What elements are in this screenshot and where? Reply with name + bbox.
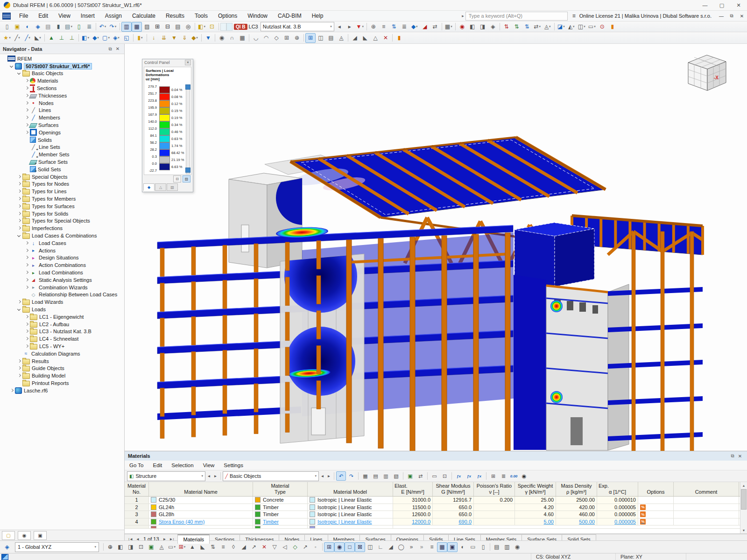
tb-filter-loads-icon[interactable]: ▼▾: [355, 22, 365, 32]
tb-open-model-icon[interactable]: ▣: [12, 22, 22, 32]
tb-show-tables-icon[interactable]: ▥: [121, 22, 132, 32]
cell-mass-density[interactable]: 500.00: [556, 518, 597, 525]
cell-specific-weight[interactable]: 4.60: [515, 511, 556, 518]
tb-show-grid-icon[interactable]: ▦: [132, 22, 142, 32]
cell-specific-weight[interactable]: 5.00: [515, 518, 556, 525]
mt-fx-manager-icon[interactable]: ƒx: [474, 471, 484, 481]
model-3d-scene[interactable]: -X: [125, 44, 747, 451]
tree-expander-icon[interactable]: [24, 100, 29, 106]
tree-item-rfem[interactable]: RFEM: [0, 55, 124, 63]
tb-console-icon[interactable]: ⊞: [152, 22, 162, 32]
tree-item-lc3-nutzlast-kat-3-b[interactable]: LC3 - Nutzlast Kat. 3.B: [0, 328, 124, 335]
table-tab-materials[interactable]: Materials: [177, 534, 210, 544]
tb-network-project-icon[interactable]: ◈: [33, 22, 43, 32]
tree-expander-icon[interactable]: [24, 285, 29, 290]
tb-console-sc-icon[interactable]: ⊟: [162, 22, 173, 32]
tree-item-nodes[interactable]: ●Nodes: [0, 99, 124, 107]
bb-snap-cross-icon[interactable]: ⊠: [355, 542, 365, 552]
bb-plane-3pt-icon[interactable]: ◬: [156, 542, 167, 552]
mt-table-view-1-icon[interactable]: ▦: [360, 471, 370, 481]
menu-cad-bim[interactable]: CAD-BIM: [273, 11, 307, 21]
tb-support-node-icon[interactable]: ▲: [46, 33, 56, 43]
tb-support-line-icon[interactable]: ⊥: [56, 33, 67, 43]
cell-poissons-ratio[interactable]: [474, 518, 515, 525]
menu-view[interactable]: View: [53, 11, 76, 21]
bb-green-diamond-icon[interactable]: ◇: [290, 542, 300, 552]
tb-clipping-box-icon[interactable]: ◫: [316, 33, 326, 43]
tree-expander-icon[interactable]: [24, 78, 29, 84]
tree-item-lines[interactable]: ╱Lines: [0, 107, 124, 114]
tree-expander-icon[interactable]: [16, 307, 22, 312]
bb-edit-cs-icon[interactable]: ⊕: [105, 542, 115, 552]
tb-table-manager-icon[interactable]: ▤: [173, 22, 183, 32]
materials-menu-view[interactable]: View: [198, 462, 219, 468]
materials-menu-selection[interactable]: Selection: [167, 462, 198, 468]
cell-material-type[interactable]: Timber: [253, 511, 308, 518]
tb-new-polyline-icon[interactable]: ◣▾: [33, 33, 43, 43]
cell-modulus-e[interactable]: 31000.0: [393, 497, 433, 504]
tb-mirror-icon[interactable]: ◬: [336, 33, 346, 43]
mt-decimal-places-icon[interactable]: 0.00: [509, 471, 519, 481]
tb-new-node-icon[interactable]: ★▾: [2, 33, 12, 43]
legend-slider-handle-bottom[interactable]: [185, 168, 190, 173]
bb-grid-show-icon[interactable]: ▦: [437, 542, 447, 552]
cell-material-model[interactable]: Isotropic | Linear Elastic: [308, 511, 393, 518]
tree-item-load-wizards[interactable]: Load Wizards: [0, 298, 124, 306]
tree-item-building-model[interactable]: Building Model: [0, 372, 124, 379]
tree-expander-icon[interactable]: [24, 270, 29, 275]
tb-new-plane-icon[interactable]: ▢▾: [101, 33, 111, 43]
bb-delete-guide-icon[interactable]: ✕: [259, 542, 269, 552]
cell-material-name[interactable]: C25/30: [149, 497, 253, 504]
mt-table-view-3-icon[interactable]: ▥: [381, 471, 391, 481]
tree-expander-icon[interactable]: [9, 388, 14, 393]
tree-expander-icon[interactable]: [16, 70, 22, 76]
tree-item-solids[interactable]: Solids: [0, 136, 124, 144]
visibility-eye-icon[interactable]: ◉: [18, 531, 31, 540]
tree-expander-icon[interactable]: [16, 365, 22, 371]
bb-snap-grid-icon[interactable]: ⊞: [324, 542, 334, 552]
bb-small-dot-icon[interactable]: ◦: [310, 542, 321, 552]
tb-arch-tool-icon[interactable]: ◠: [261, 33, 271, 43]
menu-help[interactable]: Help: [307, 11, 329, 21]
tree-item-printout-reports[interactable]: Printout Reports: [0, 379, 124, 387]
materials-close-button[interactable]: ✕: [736, 454, 744, 459]
tb-teamwork-icon[interactable]: ▤: [43, 22, 53, 32]
tb-numbering-icon[interactable]: ⊕: [368, 22, 379, 32]
tree-item-types-for-members[interactable]: Types for Members: [0, 195, 124, 203]
tree-item-types-for-special-objects[interactable]: Types for Special Objects: [0, 217, 124, 225]
tb-table-side-icon[interactable]: ▨: [142, 22, 152, 32]
tb-section-cut-icon[interactable]: ∩: [227, 33, 237, 43]
bb-snap-tangent-icon[interactable]: ◢: [386, 542, 396, 552]
tree-item-types-for-nodes[interactable]: Types for Nodes: [0, 181, 124, 188]
tb-show-results-icon[interactable]: ◆▾: [409, 22, 420, 32]
tree-item-loads[interactable]: Loads: [0, 306, 124, 313]
tb-result-diagram-icon[interactable]: ◉: [217, 33, 227, 43]
doc-minimize-button[interactable]: —: [716, 12, 726, 20]
cell-shear-modulus[interactable]: 650.0: [433, 511, 474, 518]
menu-assign[interactable]: Assign: [100, 11, 127, 21]
tree-expander-icon[interactable]: [16, 203, 22, 209]
tb-result-table-icon[interactable]: ▦: [237, 33, 247, 43]
tree-item-surfaces[interactable]: Surfaces: [0, 121, 124, 129]
tree-expander-icon[interactable]: [16, 218, 22, 224]
materials-float-button[interactable]: ⧉: [729, 453, 736, 459]
tb-deselect-icon[interactable]: ◉: [457, 22, 467, 32]
tb-clipping-plane-icon[interactable]: ▤: [326, 33, 336, 43]
cell-options[interactable]: %: [638, 518, 674, 525]
maximize-button[interactable]: ▢: [713, 0, 730, 10]
tb-redo-icon[interactable]: ↷▾: [108, 22, 118, 32]
tree-item-imperfections[interactable]: Imperfections: [0, 224, 124, 232]
cell-material-type[interactable]: Timber: [253, 504, 308, 511]
table-scrollbar[interactable]: ▲▼: [740, 482, 747, 533]
cell-comment[interactable]: [674, 504, 739, 511]
bb-grid-settings-icon[interactable]: ▣: [146, 542, 156, 552]
navigator-float-button[interactable]: ⧉: [106, 46, 114, 52]
tree-item-lc4-schneelast[interactable]: LC4 - Schneelast: [0, 335, 124, 343]
panel-tab-factors[interactable]: ▧: [167, 183, 178, 191]
bb-band-view-icon[interactable]: ▭: [468, 542, 478, 552]
mt-redo-table-icon[interactable]: ↷: [346, 471, 356, 481]
cell-comment[interactable]: [674, 518, 739, 525]
doc-restore-button[interactable]: ⧉: [726, 12, 737, 20]
tb-move-xz-icon[interactable]: ⇄▾: [532, 22, 543, 32]
tree-item-types-for-solids[interactable]: Types for Solids: [0, 210, 124, 217]
